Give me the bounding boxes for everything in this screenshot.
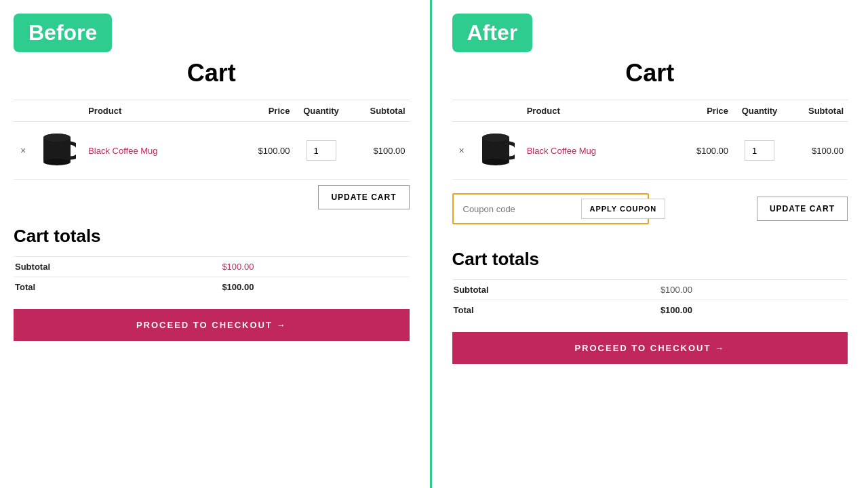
after-total-row: Total $100.00 xyxy=(452,300,848,321)
after-remove-button[interactable]: × xyxy=(456,145,467,156)
before-remove-button[interactable]: × xyxy=(18,145,28,156)
after-totals-table: Subtotal $100.00 Total $100.00 xyxy=(452,279,848,320)
after-product-name: Black Coffee Mug xyxy=(523,122,678,180)
after-product-image xyxy=(475,129,519,172)
before-badge: Before xyxy=(14,14,112,52)
after-product-link[interactable]: Black Coffee Mug xyxy=(527,146,596,156)
before-price: $100.00 xyxy=(240,122,294,180)
svg-point-6 xyxy=(482,159,509,165)
after-panel: After Cart Product Price Quantity Subtot… xyxy=(432,0,869,488)
after-col-product: Product xyxy=(523,100,678,122)
before-col-price: Price xyxy=(240,100,294,122)
svg-point-2 xyxy=(43,159,71,165)
after-col-price: Price xyxy=(678,100,732,122)
after-subtotal-row: Subtotal $100.00 xyxy=(452,280,848,300)
after-total-value: $100.00 xyxy=(659,300,848,321)
before-cart-title: Cart xyxy=(14,59,410,87)
after-badge: After xyxy=(452,14,533,52)
before-subtotal: $100.00 xyxy=(349,122,410,180)
after-subtotal-label: Subtotal xyxy=(452,280,659,300)
after-qty-input[interactable] xyxy=(745,140,774,161)
before-subtotal-row: Subtotal $100.00 xyxy=(14,257,410,277)
after-cart-actions: APPLY COUPON UPDATE CART xyxy=(452,185,848,232)
apply-coupon-button[interactable]: APPLY COUPON xyxy=(581,199,666,219)
before-subtotal-value: $100.00 xyxy=(220,257,409,277)
before-total-label: Total xyxy=(14,277,220,298)
after-cart-table: Product Price Quantity Subtotal × xyxy=(452,100,848,180)
before-product-link[interactable]: Black Coffee Mug xyxy=(88,146,157,156)
before-qty-cell xyxy=(294,122,349,180)
before-subtotal-label: Subtotal xyxy=(14,257,220,277)
after-cart-totals-title: Cart totals xyxy=(452,249,848,270)
before-col-product: Product xyxy=(84,100,239,122)
after-qty-cell xyxy=(732,122,787,180)
before-col-subtotal: Subtotal xyxy=(349,100,410,122)
after-cart-title: Cart xyxy=(452,59,848,87)
before-totals-table: Subtotal $100.00 Total $100.00 xyxy=(14,256,410,297)
before-checkout-button[interactable]: PROCEED TO CHECKOUT → xyxy=(14,309,410,341)
svg-point-3 xyxy=(43,134,71,142)
after-total-label: Total xyxy=(452,300,659,321)
after-subtotal: $100.00 xyxy=(787,122,848,180)
before-cart-table: Product Price Quantity Subtotal × xyxy=(14,100,410,180)
after-checkout-button[interactable]: PROCEED TO CHECKOUT → xyxy=(452,332,848,364)
before-update-cart-button[interactable]: UPDATE CART xyxy=(318,185,409,209)
before-product-image xyxy=(37,129,80,172)
after-col-subtotal: Subtotal xyxy=(787,100,848,122)
before-total-value: $100.00 xyxy=(220,277,409,298)
coupon-input[interactable] xyxy=(459,201,581,217)
before-cart-row: × Black Coffee Mug xyxy=(14,122,410,180)
before-col-qty: Quantity xyxy=(294,100,349,122)
after-col-qty: Quantity xyxy=(732,100,787,122)
after-cart-row: × Black Coffee Mug xyxy=(452,122,848,180)
before-qty-input[interactable] xyxy=(307,140,336,161)
before-panel: Before Cart Product Price Quantity Subto… xyxy=(0,0,430,488)
after-subtotal-value: $100.00 xyxy=(659,280,848,300)
before-total-row: Total $100.00 xyxy=(14,277,410,298)
after-update-cart-button[interactable]: UPDATE CART xyxy=(757,197,848,221)
before-cart-actions: UPDATE CART xyxy=(14,185,410,209)
before-cart-totals-title: Cart totals xyxy=(14,226,410,247)
before-product-name: Black Coffee Mug xyxy=(84,122,239,180)
svg-point-7 xyxy=(482,134,509,142)
coupon-section: APPLY COUPON xyxy=(452,193,649,224)
after-price: $100.00 xyxy=(678,122,732,180)
